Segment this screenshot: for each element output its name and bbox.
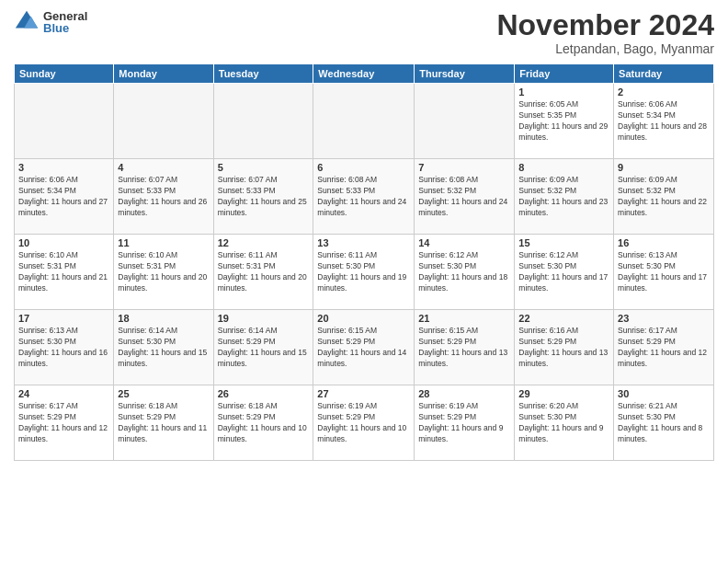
day-info: Sunrise: 6:11 AM Sunset: 5:30 PM Dayligh… xyxy=(317,250,410,294)
day-number: 9 xyxy=(618,162,710,173)
header: General Blue November 2024 Letpandan, Ba… xyxy=(14,9,714,56)
calendar-header-row: Sunday Monday Tuesday Wednesday Thursday… xyxy=(15,64,714,84)
calendar-cell: 24Sunrise: 6:17 AM Sunset: 5:29 PM Dayli… xyxy=(15,385,114,461)
logo-text: General Blue xyxy=(43,10,87,34)
calendar-week-0: 1Sunrise: 6:05 AM Sunset: 5:35 PM Daylig… xyxy=(15,84,714,159)
day-number: 19 xyxy=(218,313,310,324)
col-friday: Friday xyxy=(515,64,614,84)
day-number: 12 xyxy=(218,237,310,248)
calendar-table: Sunday Monday Tuesday Wednesday Thursday… xyxy=(14,63,714,461)
calendar-cell: 7Sunrise: 6:08 AM Sunset: 5:32 PM Daylig… xyxy=(415,159,515,235)
logo-blue: Blue xyxy=(43,22,87,34)
day-info: Sunrise: 6:09 AM Sunset: 5:32 PM Dayligh… xyxy=(618,175,710,219)
day-number: 4 xyxy=(118,162,209,173)
day-info: Sunrise: 6:19 AM Sunset: 5:29 PM Dayligh… xyxy=(418,401,510,445)
calendar-cell: 1Sunrise: 6:05 AM Sunset: 5:35 PM Daylig… xyxy=(515,84,614,159)
day-info: Sunrise: 6:10 AM Sunset: 5:31 PM Dayligh… xyxy=(18,250,109,294)
calendar-cell xyxy=(114,84,213,159)
day-number: 10 xyxy=(18,237,109,248)
calendar-week-3: 17Sunrise: 6:13 AM Sunset: 5:30 PM Dayli… xyxy=(15,310,714,385)
day-info: Sunrise: 6:06 AM Sunset: 5:34 PM Dayligh… xyxy=(618,99,710,144)
day-info: Sunrise: 6:16 AM Sunset: 5:29 PM Dayligh… xyxy=(518,326,609,370)
calendar-cell: 2Sunrise: 6:06 AM Sunset: 5:34 PM Daylig… xyxy=(614,84,714,159)
calendar-cell: 17Sunrise: 6:13 AM Sunset: 5:30 PM Dayli… xyxy=(15,310,114,385)
calendar-cell: 8Sunrise: 6:09 AM Sunset: 5:32 PM Daylig… xyxy=(515,159,614,235)
calendar-cell xyxy=(213,84,313,159)
day-number: 23 xyxy=(618,313,710,324)
calendar-cell: 16Sunrise: 6:13 AM Sunset: 5:30 PM Dayli… xyxy=(614,235,714,310)
day-number: 1 xyxy=(518,86,609,98)
calendar-cell: 6Sunrise: 6:08 AM Sunset: 5:33 PM Daylig… xyxy=(313,159,415,235)
day-number: 8 xyxy=(518,162,609,173)
logo: General Blue xyxy=(14,9,87,35)
calendar-cell: 14Sunrise: 6:12 AM Sunset: 5:30 PM Dayli… xyxy=(415,235,515,310)
location-subtitle: Letpandan, Bago, Myanmar xyxy=(496,41,714,56)
col-tuesday: Tuesday xyxy=(213,64,313,84)
day-info: Sunrise: 6:10 AM Sunset: 5:31 PM Dayligh… xyxy=(118,250,209,294)
day-info: Sunrise: 6:09 AM Sunset: 5:32 PM Dayligh… xyxy=(518,175,609,219)
day-info: Sunrise: 6:08 AM Sunset: 5:33 PM Dayligh… xyxy=(317,175,410,219)
calendar-cell: 27Sunrise: 6:19 AM Sunset: 5:29 PM Dayli… xyxy=(313,385,415,461)
day-number: 15 xyxy=(518,237,609,248)
day-info: Sunrise: 6:11 AM Sunset: 5:31 PM Dayligh… xyxy=(218,250,310,294)
day-info: Sunrise: 6:05 AM Sunset: 5:35 PM Dayligh… xyxy=(518,99,609,144)
calendar-cell: 22Sunrise: 6:16 AM Sunset: 5:29 PM Dayli… xyxy=(515,310,614,385)
calendar-cell: 4Sunrise: 6:07 AM Sunset: 5:33 PM Daylig… xyxy=(114,159,213,235)
day-info: Sunrise: 6:12 AM Sunset: 5:30 PM Dayligh… xyxy=(518,250,609,294)
day-number: 28 xyxy=(418,388,510,399)
calendar-cell: 28Sunrise: 6:19 AM Sunset: 5:29 PM Dayli… xyxy=(415,385,515,461)
day-number: 20 xyxy=(317,313,410,324)
day-number: 7 xyxy=(418,162,510,173)
title-block: November 2024 Letpandan, Bago, Myanmar xyxy=(496,9,714,56)
calendar-cell: 11Sunrise: 6:10 AM Sunset: 5:31 PM Dayli… xyxy=(114,235,213,310)
day-info: Sunrise: 6:15 AM Sunset: 5:29 PM Dayligh… xyxy=(418,326,510,370)
day-info: Sunrise: 6:06 AM Sunset: 5:34 PM Dayligh… xyxy=(18,175,109,219)
day-info: Sunrise: 6:18 AM Sunset: 5:29 PM Dayligh… xyxy=(218,401,310,445)
calendar-cell: 18Sunrise: 6:14 AM Sunset: 5:30 PM Dayli… xyxy=(114,310,213,385)
col-wednesday: Wednesday xyxy=(313,64,415,84)
day-number: 21 xyxy=(418,313,510,324)
day-number: 6 xyxy=(317,162,410,173)
day-info: Sunrise: 6:20 AM Sunset: 5:30 PM Dayligh… xyxy=(518,401,609,445)
day-number: 22 xyxy=(518,313,609,324)
day-info: Sunrise: 6:12 AM Sunset: 5:30 PM Dayligh… xyxy=(418,250,510,294)
day-number: 2 xyxy=(618,86,710,98)
calendar-cell: 3Sunrise: 6:06 AM Sunset: 5:34 PM Daylig… xyxy=(15,159,114,235)
calendar-cell: 5Sunrise: 6:07 AM Sunset: 5:33 PM Daylig… xyxy=(213,159,313,235)
calendar-cell: 15Sunrise: 6:12 AM Sunset: 5:30 PM Dayli… xyxy=(515,235,614,310)
day-info: Sunrise: 6:17 AM Sunset: 5:29 PM Dayligh… xyxy=(18,401,109,445)
day-info: Sunrise: 6:14 AM Sunset: 5:29 PM Dayligh… xyxy=(218,326,310,370)
day-info: Sunrise: 6:17 AM Sunset: 5:29 PM Dayligh… xyxy=(618,326,710,370)
day-number: 29 xyxy=(518,388,609,399)
day-number: 13 xyxy=(317,237,410,248)
day-number: 3 xyxy=(18,162,109,173)
day-number: 30 xyxy=(618,388,710,399)
day-number: 5 xyxy=(218,162,310,173)
calendar-week-1: 3Sunrise: 6:06 AM Sunset: 5:34 PM Daylig… xyxy=(15,159,714,235)
calendar-cell: 29Sunrise: 6:20 AM Sunset: 5:30 PM Dayli… xyxy=(515,385,614,461)
calendar-cell: 25Sunrise: 6:18 AM Sunset: 5:29 PM Dayli… xyxy=(114,385,213,461)
day-info: Sunrise: 6:18 AM Sunset: 5:29 PM Dayligh… xyxy=(118,401,209,445)
calendar-cell: 20Sunrise: 6:15 AM Sunset: 5:29 PM Dayli… xyxy=(313,310,415,385)
calendar-cell: 30Sunrise: 6:21 AM Sunset: 5:30 PM Dayli… xyxy=(614,385,714,461)
calendar-cell: 21Sunrise: 6:15 AM Sunset: 5:29 PM Dayli… xyxy=(415,310,515,385)
day-info: Sunrise: 6:21 AM Sunset: 5:30 PM Dayligh… xyxy=(618,401,710,445)
day-info: Sunrise: 6:08 AM Sunset: 5:32 PM Dayligh… xyxy=(418,175,510,219)
day-number: 17 xyxy=(18,313,109,324)
col-thursday: Thursday xyxy=(415,64,515,84)
day-info: Sunrise: 6:14 AM Sunset: 5:30 PM Dayligh… xyxy=(118,326,209,370)
page: General Blue November 2024 Letpandan, Ba… xyxy=(0,0,728,563)
col-monday: Monday xyxy=(114,64,213,84)
day-info: Sunrise: 6:19 AM Sunset: 5:29 PM Dayligh… xyxy=(317,401,410,445)
day-number: 11 xyxy=(118,237,209,248)
day-number: 24 xyxy=(18,388,109,399)
day-info: Sunrise: 6:07 AM Sunset: 5:33 PM Dayligh… xyxy=(118,175,209,219)
day-number: 14 xyxy=(418,237,510,248)
col-sunday: Sunday xyxy=(15,64,114,84)
col-saturday: Saturday xyxy=(614,64,714,84)
calendar-cell xyxy=(415,84,515,159)
calendar-cell: 13Sunrise: 6:11 AM Sunset: 5:30 PM Dayli… xyxy=(313,235,415,310)
day-number: 18 xyxy=(118,313,209,324)
day-number: 27 xyxy=(317,388,410,399)
calendar-cell xyxy=(15,84,114,159)
